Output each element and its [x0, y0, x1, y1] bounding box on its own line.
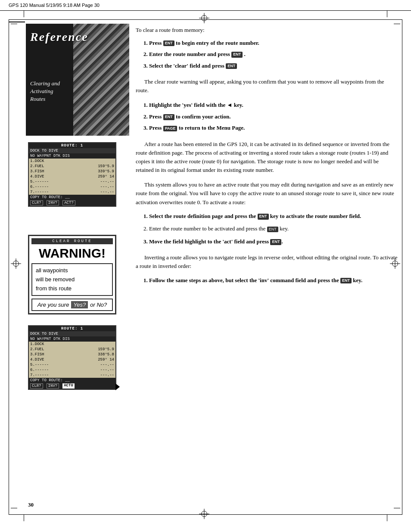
clear-route-section: To clear a route from memory: 1. Press E… — [136, 26, 398, 70]
clear-step-2: 2. Enter the route number and press ENT … — [136, 50, 398, 59]
gps-screen-1: ROUTE: 1 DOCK TO DIVE NO WAYPNT DTK DIS … — [28, 142, 116, 207]
screen1-row6: 6.---------.-- — [29, 184, 115, 190]
trim-right-top — [394, 24, 400, 24]
gps-screen-3: ROUTE: 1 DOCK TO DIVE NO WAYPNT DTK DIS … — [28, 325, 116, 390]
crosshair-left — [11, 258, 21, 269]
activate-step-2: 2. Enter the route number to be activate… — [136, 224, 398, 233]
screen3-row3: 3.FISH338°5.8 — [29, 352, 115, 357]
warning-title: WARNING! — [31, 247, 113, 260]
warning-header: CLEAR ROUTE — [31, 238, 113, 244]
screen1-row2: 2.FUEL159°5.9 — [29, 164, 115, 169]
warning-confirm: Are you sure Yes? or No? — [31, 299, 113, 311]
screen3-row5: 5.---------.-- — [29, 362, 115, 367]
main-content: To clear a route from memory: 1. Press E… — [136, 26, 398, 292]
page-number: 30 — [28, 501, 34, 508]
clear-steps-list: 1. Press ENT to begin entry of the route… — [136, 39, 398, 70]
clear-step-3: 3. Select the 'clear' field and press EN… — [136, 62, 398, 70]
yes-button: Yes? — [71, 301, 88, 308]
screen3-subheader: DOCK TO DIVE — [29, 331, 115, 336]
invert-para: Inverting a route allows you to navigate… — [136, 253, 398, 271]
activate-steps-list: 1. Select the route definition page and … — [136, 212, 398, 246]
screen3-row2: 2.FUEL159°5.9 — [29, 347, 115, 352]
trim-right-bottom — [394, 508, 400, 508]
clear-warning-para: The clear route warning will appear, ask… — [136, 78, 398, 95]
screen3-header: ROUTE: 1 — [29, 326, 115, 331]
clear-step-1: 1. Press ENT to begin entry of the route… — [136, 39, 398, 47]
screen3-row1: 1.DOCK — [29, 342, 115, 347]
page-container: GPS 120 Manual 5/19/95 9:18 AM Page 30 R… — [0, 0, 411, 532]
screen1-footer-label: COPY TO ROUTE: __ — [29, 195, 115, 200]
screen1-subheader: DOCK TO DIVE — [29, 148, 115, 153]
header-bar: GPS 120 Manual 5/19/95 9:18 AM Page 30 — [0, 0, 411, 11]
screen1-row5: 5.---------.-- — [29, 179, 115, 184]
activate-step-3: 3. Move the field highlight to the 'act'… — [136, 237, 398, 246]
arrow-pointer — [115, 383, 120, 390]
activate-para-2: This system allows you to have an active… — [136, 180, 398, 206]
gps-warning-screen: CLEAR ROUTE WARNING! all waypoints will … — [28, 235, 116, 314]
header-text: GPS 120 Manual 5/19/95 9:18 AM Page 30 — [9, 3, 100, 8]
warning-body: all waypoints will be removed from this … — [31, 263, 113, 296]
screen3-row6: 6.---------.-- — [29, 367, 115, 373]
confirm-step-2: 2. Press ENT to confirm your action. — [136, 112, 398, 121]
trim-bottom-right — [387, 515, 387, 521]
sidebar-subtitle: Clearing and Activating Routes — [30, 80, 60, 103]
trim-bottom-left — [24, 515, 24, 521]
border-left — [9, 19, 9, 515]
screen3-footer-buttons: CLR? INV? ACTU — [29, 383, 115, 389]
screen3-col-header: NO WAYPNT DTK DIS — [29, 336, 115, 342]
invert-steps-list: 1. Follow the same steps as above, but s… — [136, 276, 398, 285]
screen1-row4: 4.DIVE259° 14 — [29, 174, 115, 179]
reference-title: Reference — [30, 30, 88, 44]
screen1-row7: 7.---------.-- — [29, 190, 115, 195]
screen1-row3: 3.FISH339°5.9 — [29, 169, 115, 174]
confirm-step-1: 1. Highlight the 'yes' field with the ◄ … — [136, 101, 398, 109]
clear-route-title: To clear a route from memory: — [136, 26, 398, 34]
screen1-row1: 1.DOCK — [29, 159, 115, 164]
screen1-col-header: NO WAYPNT DTK DIS — [29, 153, 115, 159]
trim-top-left — [24, 11, 24, 17]
trim-left-top — [11, 24, 17, 24]
activate-para-1: After a route has been entered in the GP… — [136, 140, 398, 175]
trim-left-bottom — [11, 508, 17, 508]
confirm-steps-list: 1. Highlight the 'yes' field with the ◄ … — [136, 101, 398, 132]
border-right — [402, 19, 402, 515]
trim-top-right — [387, 11, 387, 17]
screen1-footer-buttons: CLR? INV? ACT? — [29, 200, 115, 206]
invert-step-1: 1. Follow the same steps as above, but s… — [136, 276, 398, 285]
screen3-row4: 4.DIVE259° 14 — [29, 357, 115, 362]
screen3-row7: 7.---------.-- — [29, 373, 115, 378]
deco-line-top-left — [9, 22, 25, 22]
crosshair-bottom — [199, 509, 209, 519]
sidebar-background: Reference Clearing and Activating Routes — [26, 24, 129, 136]
screen3-footer-label: COPY TO ROUTE: __ — [29, 378, 115, 383]
screen1-header: ROUTE: 1 — [29, 143, 115, 148]
crosshair-top — [199, 13, 209, 23]
confirm-step-3: 3. Press PAGE to return to the Menu Page… — [136, 124, 398, 132]
activate-step-1: 1. Select the route definition page and … — [136, 212, 398, 221]
